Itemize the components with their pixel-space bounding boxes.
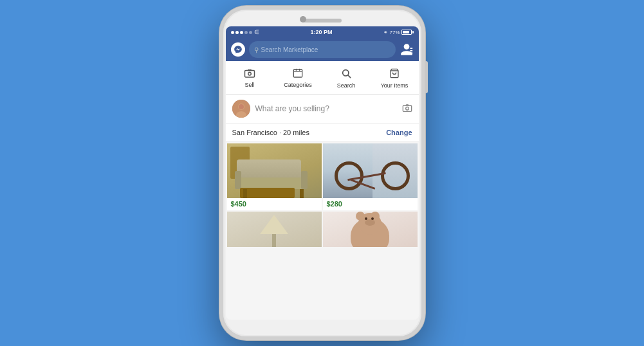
- listing-card-teddy[interactable]: [323, 212, 418, 247]
- phone-camera: [300, 16, 306, 23]
- battery-icon: [401, 30, 414, 35]
- phone-screen: ∈ 1:20 PM ⚭ 77%: [226, 26, 419, 320]
- svg-point-4: [248, 73, 252, 76]
- tab-bar: Sell Categories: [226, 61, 419, 95]
- messenger-icon[interactable]: [231, 42, 245, 57]
- tab-sell[interactable]: Sell: [226, 61, 274, 94]
- listing-card-bike[interactable]: $280: [323, 143, 418, 210]
- battery-percent: 77%: [389, 30, 400, 35]
- sell-icon: [244, 68, 255, 80]
- user-avatar: [232, 100, 250, 118]
- tab-categories[interactable]: Categories: [274, 61, 322, 94]
- tab-your-items[interactable]: Your Items: [371, 61, 419, 94]
- tab-your-items-label: Your Items: [381, 82, 409, 89]
- search-placeholder-text: Search Marketplace: [261, 46, 318, 53]
- listing-card-lamp[interactable]: [227, 212, 322, 247]
- tab-search[interactable]: Search: [322, 61, 371, 94]
- svg-line-9: [348, 75, 351, 78]
- listing-price-sofa: $450: [227, 198, 322, 210]
- profile-icon[interactable]: [400, 42, 414, 57]
- svg-point-14: [239, 104, 244, 109]
- svg-rect-3: [245, 71, 255, 78]
- sofa-image: [227, 143, 322, 198]
- tab-search-label: Search: [337, 82, 356, 89]
- bluetooth-icon: ⚭: [383, 30, 388, 35]
- listings-area: $450 $28: [226, 142, 419, 320]
- status-right: ⚭ 77%: [383, 30, 413, 35]
- listings-grid: $450 $28: [226, 142, 419, 248]
- wifi-icon: ∈: [254, 29, 259, 35]
- listing-price-bike: $280: [323, 198, 418, 210]
- teddy-image: [323, 212, 418, 247]
- tab-categories-label: Categories: [284, 82, 312, 88]
- svg-rect-15: [403, 105, 411, 111]
- signal-dot-2: [235, 31, 239, 34]
- signal-dot-4: [244, 31, 248, 34]
- status-bar: ∈ 1:20 PM ⚭ 77%: [226, 26, 419, 38]
- compose-placeholder[interactable]: What are you selling?: [255, 104, 397, 113]
- background: ∈ 1:20 PM ⚭ 77%: [0, 0, 644, 346]
- compose-camera-icon[interactable]: [402, 104, 412, 114]
- listing-card-sofa[interactable]: $450: [227, 143, 322, 210]
- signal-dot-3: [240, 31, 243, 34]
- phone-wrapper: ∈ 1:20 PM ⚭ 77%: [219, 6, 425, 340]
- lamp-image: [227, 212, 322, 247]
- signal-dot-1: [231, 31, 234, 34]
- bike-image: [323, 143, 418, 198]
- your-items-icon: [389, 68, 400, 81]
- search-icon: ⚲: [254, 46, 259, 53]
- categories-icon: [292, 68, 304, 80]
- tab-sell-label: Sell: [244, 82, 254, 88]
- signal-dots: [231, 31, 252, 34]
- nav-bar: ⚲ Search Marketplace: [226, 38, 419, 61]
- change-link[interactable]: Change: [386, 129, 412, 136]
- status-time: 1:20 PM: [310, 29, 332, 35]
- signal-dot-5: [249, 31, 252, 34]
- location-row: San Francisco · 20 miles Change: [226, 123, 419, 142]
- svg-rect-6: [293, 69, 302, 77]
- svg-point-16: [405, 107, 409, 110]
- search-tab-icon: [341, 68, 351, 81]
- search-bar[interactable]: ⚲ Search Marketplace: [249, 41, 396, 58]
- status-left: ∈: [231, 29, 259, 35]
- location-text: San Francisco · 20 miles: [232, 129, 309, 136]
- compose-area: What are you selling?: [226, 95, 419, 123]
